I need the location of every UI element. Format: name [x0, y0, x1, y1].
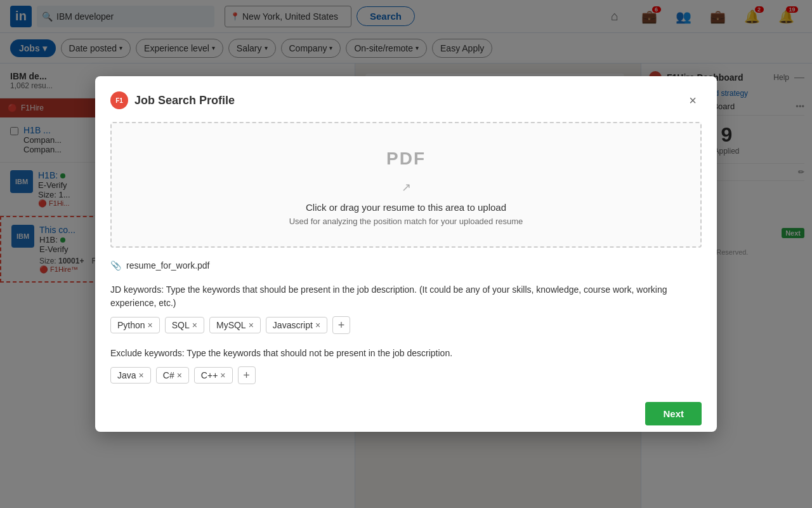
modal-footer: Next	[110, 397, 702, 425]
jd-tag-sql: SQL ×	[165, 317, 204, 333]
remove-java-btn[interactable]: ×	[139, 371, 144, 380]
jd-keywords-label: JD keywords: Type the keywords that shou…	[110, 283, 702, 310]
upload-area[interactable]: PDF ↗ Click or drag your resume to this …	[110, 122, 702, 248]
remove-mysql-btn[interactable]: ×	[249, 321, 254, 330]
modal-overlay: F1 Job Search Profile × PDF ↗ Click or d…	[0, 0, 812, 508]
exclude-tags-container: Java × C# × C++ × +	[110, 366, 702, 384]
exclude-tag-cpp: C++ ×	[194, 367, 233, 384]
attached-file: 📎 resume_for_work.pdf	[110, 260, 702, 271]
exclude-tag-java: Java ×	[110, 367, 151, 384]
attached-filename: resume_for_work.pdf	[126, 260, 210, 271]
upload-sub-text: Used for analyzing the position match fo…	[132, 217, 680, 226]
pdf-arrow-icon: ↗	[402, 181, 411, 194]
add-jd-tag-btn[interactable]: +	[332, 316, 350, 334]
next-button[interactable]: Next	[645, 402, 702, 425]
exclude-tag-csharp: C# ×	[156, 367, 189, 384]
modal-header: F1 Job Search Profile ×	[110, 91, 702, 109]
exclude-keywords-section: Exclude keywords: Type the keywords that…	[110, 347, 702, 384]
pdf-icon: PDF ↗	[132, 144, 680, 197]
modal-logo: F1	[110, 91, 128, 109]
remove-python-btn[interactable]: ×	[148, 321, 153, 330]
jd-tag-mysql: MySQL ×	[209, 317, 261, 333]
jd-tag-python: Python ×	[110, 317, 160, 333]
job-search-profile-modal: F1 Job Search Profile × PDF ↗ Click or d…	[95, 76, 717, 432]
modal-title: Job Search Profile	[134, 94, 235, 107]
remove-csharp-btn[interactable]: ×	[177, 371, 182, 380]
remove-cpp-btn[interactable]: ×	[220, 371, 225, 380]
jd-tag-javascript: Javascript ×	[266, 317, 327, 333]
remove-sql-btn[interactable]: ×	[192, 321, 197, 330]
jd-tags-container: Python × SQL × MySQL × Javascript × +	[110, 316, 702, 334]
paperclip-icon: 📎	[110, 260, 121, 271]
add-exclude-tag-btn[interactable]: +	[238, 366, 256, 384]
upload-main-text: Click or drag your resume to this area t…	[132, 202, 680, 213]
modal-close-button[interactable]: ×	[684, 91, 702, 109]
jd-keywords-section: JD keywords: Type the keywords that shou…	[110, 283, 702, 334]
remove-javascript-btn[interactable]: ×	[315, 321, 320, 330]
exclude-keywords-label: Exclude keywords: Type the keywords that…	[110, 347, 702, 360]
